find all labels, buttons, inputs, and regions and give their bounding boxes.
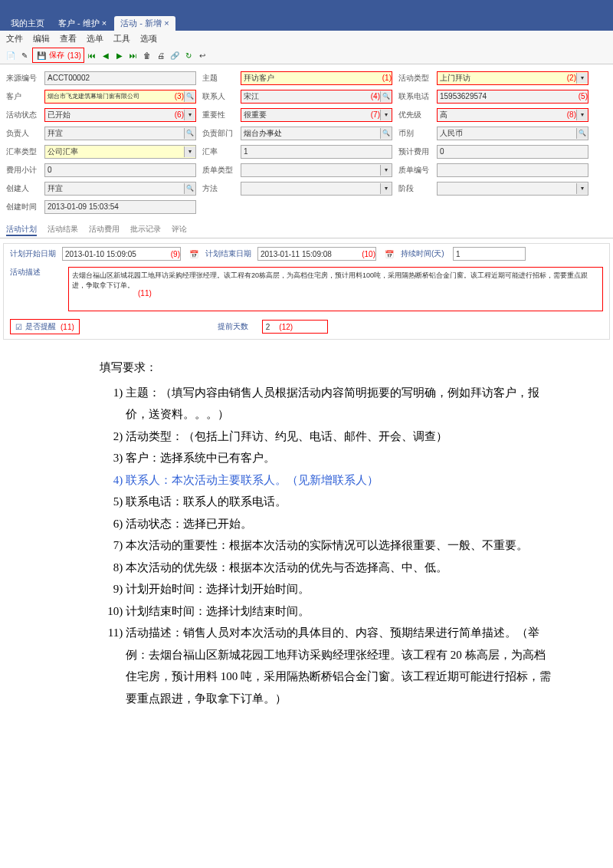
input-importance[interactable]: 很重要(7)▾ bbox=[241, 108, 392, 122]
label-status: 活动状态 bbox=[6, 110, 43, 120]
dropdown-icon[interactable]: ▾ bbox=[576, 183, 588, 194]
menu-view[interactable]: 查看 bbox=[60, 34, 77, 43]
menu-list[interactable]: 选单 bbox=[87, 34, 103, 43]
input-stage[interactable]: ▾ bbox=[437, 182, 588, 196]
label-rate: 汇率 bbox=[202, 146, 239, 157]
lookup-icon[interactable]: 🔍 bbox=[380, 128, 392, 139]
instructions: 填写要求： 主题：（填写内容由销售人员根据活动内容简明扼要的写明确，例如拜访客户… bbox=[0, 344, 613, 732]
lookup-icon[interactable]: 🔍 bbox=[184, 128, 195, 139]
lookup-icon[interactable]: 🔍 bbox=[576, 128, 588, 139]
marker-8: (8) bbox=[567, 109, 576, 121]
first-icon[interactable]: ⏮ bbox=[86, 49, 98, 61]
marker-3: (3) bbox=[175, 90, 184, 103]
menu-tools[interactable]: 工具 bbox=[113, 34, 130, 43]
tabstrip: 我的主页 客户 - 维护 × 活动 - 新增 × bbox=[0, 14, 613, 31]
input-plan-end[interactable]: 2013-01-11 15:09:08(10) bbox=[257, 247, 376, 261]
dropdown-icon[interactable]: ▾ bbox=[184, 146, 195, 157]
new-icon[interactable]: 📄 bbox=[5, 49, 17, 61]
instructions-list: 主题：（填写内容由销售人员根据活动内容简明扼要的写明确，例如拜访客户，报价，送资… bbox=[100, 382, 552, 710]
tab-customer-label: 客户 - 维护 bbox=[58, 18, 100, 28]
label-cost-sum: 费用小计 bbox=[6, 165, 43, 176]
sub-tabs: 活动计划 活动结果 活动费用 批示记录 评论 bbox=[0, 221, 613, 238]
subtab-comment[interactable]: 评论 bbox=[172, 224, 187, 236]
input-subject[interactable]: 拜访客户(1) bbox=[241, 71, 392, 85]
dropdown-icon[interactable]: ▾ bbox=[380, 165, 392, 176]
menu-edit[interactable]: 编辑 bbox=[33, 34, 50, 43]
subtab-approve[interactable]: 批示记录 bbox=[130, 224, 161, 236]
input-priority[interactable]: 高(8)▾ bbox=[437, 108, 588, 122]
tab-customer[interactable]: 客户 - 维护 × bbox=[52, 16, 113, 31]
tab-home[interactable]: 我的主页 bbox=[5, 16, 51, 31]
input-advance[interactable]: 2 (12) bbox=[262, 320, 328, 334]
back-icon[interactable]: ↩ bbox=[196, 49, 208, 61]
label-source: 来源编号 bbox=[6, 73, 43, 84]
dropdown-icon[interactable]: ▾ bbox=[184, 110, 195, 120]
label-subject: 主题 bbox=[202, 73, 239, 84]
checkbox-remind[interactable]: ☑ 是否提醒 (11) bbox=[10, 319, 80, 334]
calendar-icon[interactable]: 📅 bbox=[384, 248, 395, 259]
input-plan-start[interactable]: 2013-01-10 15:09:05(9) bbox=[62, 247, 181, 261]
input-order-type[interactable]: ▾ bbox=[241, 163, 392, 177]
input-customer[interactable]: 烟台市飞龙建筑幕墙门窗有限公司(3)🔍 bbox=[44, 90, 196, 104]
calendar-icon[interactable]: 📅 bbox=[188, 248, 199, 259]
list-item: 本次活动的优先级：根据本次活动的优先与否选择高、中、低。 bbox=[126, 557, 552, 579]
input-duration[interactable]: 1 bbox=[453, 247, 526, 261]
subtab-cost[interactable]: 活动费用 bbox=[89, 224, 120, 236]
label-customer: 客户 bbox=[6, 91, 43, 102]
input-owner[interactable]: 拜宜🔍 bbox=[44, 127, 196, 140]
form-area: 来源编号 ACCT00002 主题 拜访客户(1) 活动类型 上门拜访(2)▾ … bbox=[0, 64, 613, 221]
marker-13: (13) bbox=[67, 51, 81, 60]
save-highlight: 💾 保存 (13) bbox=[32, 48, 84, 63]
lookup-icon[interactable]: 🔍 bbox=[184, 91, 195, 102]
refresh-icon[interactable]: ↻ bbox=[182, 49, 195, 61]
close-icon[interactable]: × bbox=[164, 18, 169, 28]
save-label: 保存 bbox=[49, 50, 64, 61]
dropdown-icon[interactable]: ▾ bbox=[576, 110, 588, 120]
delete-icon[interactable]: 🗑 bbox=[141, 49, 153, 61]
print-icon[interactable]: 🖨 bbox=[155, 49, 167, 61]
tab-activity[interactable]: 活动 - 新增 × bbox=[114, 16, 175, 31]
input-phone[interactable]: 15953629574(5) bbox=[437, 90, 588, 104]
instructions-title: 填写要求： bbox=[100, 357, 552, 379]
edit-icon[interactable]: ✎ bbox=[18, 49, 31, 61]
subtab-result[interactable]: 活动结果 bbox=[48, 224, 78, 236]
lookup-icon[interactable]: 🔍 bbox=[184, 183, 195, 194]
label-contact: 联系人 bbox=[202, 91, 239, 102]
textarea-desc[interactable]: 去烟台福山区新城花园工地拜访采购经理张经理。该工程有20栋高层，为高档住宅房，预… bbox=[68, 267, 603, 311]
menu-file[interactable]: 文件 bbox=[6, 34, 23, 43]
marker-10: (10) bbox=[362, 250, 375, 258]
misc1-icon[interactable]: 🔗 bbox=[169, 49, 181, 61]
input-cost-sum[interactable]: 0 bbox=[44, 163, 196, 177]
input-status[interactable]: 已开始(6)▾ bbox=[44, 108, 196, 122]
label-rate-type: 汇率类型 bbox=[6, 146, 43, 157]
dropdown-icon[interactable]: ▾ bbox=[380, 110, 392, 120]
label-stage: 阶段 bbox=[398, 183, 435, 194]
input-currency[interactable]: 人民币🔍 bbox=[437, 127, 588, 140]
input-rate[interactable]: 1 bbox=[241, 145, 392, 159]
dropdown-icon[interactable]: ▾ bbox=[576, 73, 588, 84]
dropdown-icon[interactable]: ▾ bbox=[380, 183, 392, 194]
last-icon[interactable]: ⏭ bbox=[127, 49, 139, 61]
subtab-plan[interactable]: 活动计划 bbox=[6, 224, 37, 236]
input-method[interactable]: ▾ bbox=[241, 182, 392, 196]
label-order-no: 质单编号 bbox=[398, 165, 435, 176]
input-order-no[interactable] bbox=[437, 163, 588, 177]
input-type[interactable]: 上门拜访(2)▾ bbox=[437, 71, 588, 85]
prev-icon[interactable]: ◀ bbox=[100, 49, 112, 61]
marker-4: (4) bbox=[371, 90, 380, 103]
next-icon[interactable]: ▶ bbox=[113, 49, 126, 61]
input-dept[interactable]: 烟台办事处🔍 bbox=[241, 127, 392, 140]
save-icon[interactable]: 💾 bbox=[35, 49, 48, 61]
input-creator: 拜宜🔍 bbox=[44, 182, 196, 196]
input-contact[interactable]: 宋江(4)🔍 bbox=[241, 90, 392, 104]
input-est-cost[interactable]: 0 bbox=[437, 145, 588, 159]
close-icon[interactable]: × bbox=[102, 18, 107, 28]
lookup-icon[interactable]: 🔍 bbox=[380, 91, 392, 102]
advance-value: 2 bbox=[266, 323, 270, 331]
input-create-time: 2013-01-09 15:03:54 bbox=[44, 200, 196, 214]
marker-5: (5) bbox=[579, 90, 588, 103]
menu-options[interactable]: 选项 bbox=[140, 34, 157, 43]
label-est-cost: 预计费用 bbox=[398, 146, 435, 157]
input-rate-type[interactable]: 公司汇率▾ bbox=[44, 145, 196, 159]
marker-2: (2) bbox=[567, 72, 576, 84]
